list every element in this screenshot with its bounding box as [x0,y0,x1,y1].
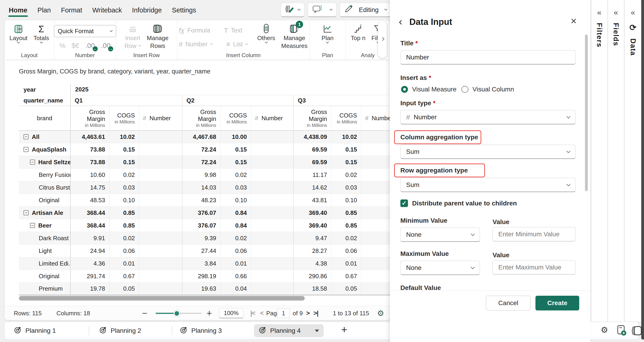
collapse-panel-icon[interactable]: « [597,8,602,17]
value-cell[interactable]: 0.67 [331,270,361,283]
manage-rows-button[interactable]: Manage Rows [144,22,171,52]
decrease-decimal-button[interactable]: .00← [85,42,95,49]
sheet-tab-planning-3[interactable]: Planning 3 [175,324,226,337]
value-cell[interactable]: 4,438.09 [294,131,331,143]
zoom-slider[interactable] [156,313,202,314]
value-cell[interactable] [361,270,390,283]
value-cell[interactable] [139,131,182,143]
column-agg-dropdown[interactable]: Sum [400,145,576,159]
minimum-value-dropdown[interactable]: None [400,228,480,242]
row-header-hard-seltzer[interactable]: Hard Seltzer [19,156,70,169]
value-cell[interactable]: 0.85 [331,207,361,219]
value-cell[interactable] [361,131,390,143]
value-cell[interactable] [139,194,182,207]
value-cell[interactable]: 9.47 [294,232,331,245]
value-cell[interactable]: 10.02 [331,131,361,143]
collapse-row-icon[interactable] [24,147,28,152]
input-type-dropdown[interactable]: #Number [400,110,576,124]
zoom-out-button[interactable]: − [142,306,147,320]
value-cell[interactable]: 11.17 [294,169,331,181]
page-prev-button[interactable]: < [260,306,263,320]
value-cell[interactable]: 19.63 [182,283,220,295]
value-cell[interactable]: 0.05 [331,283,361,295]
value-cell[interactable] [361,181,390,194]
value-cell[interactable] [361,194,390,207]
menu-item-settings[interactable]: Settings [172,2,196,19]
value-cell[interactable]: 0.84 [220,207,251,219]
value-cell[interactable] [361,283,390,295]
value-cell[interactable]: 0.85 [109,207,139,219]
value-cell[interactable]: 4.36 [70,257,109,270]
value-cell[interactable] [139,283,182,295]
collapse-row-icon[interactable] [24,210,28,215]
increase-decimal-button[interactable]: .00→ [101,42,111,49]
workbook-settings-gear-icon[interactable]: ⚙ [601,325,608,335]
zoom-in-button[interactable]: + [206,306,212,320]
collapse-row-icon[interactable] [30,160,35,165]
value-cell[interactable] [251,232,294,245]
value-cell[interactable]: 0.02 [331,169,361,181]
value-cell[interactable]: 9.91 [70,232,109,245]
value-cell[interactable]: 0.04 [220,283,251,295]
value-cell[interactable]: 0.02 [220,169,251,181]
value-cell[interactable] [139,219,182,232]
value-cell[interactable] [251,131,294,143]
insert-number-button[interactable]: #Number [177,39,214,49]
percent-format-button[interactable]: % [60,42,66,49]
insert-formula-button[interactable]: fχFormula [177,25,212,35]
value-cell[interactable]: 9.98 [182,169,220,181]
value-cell[interactable]: 43.81 [294,194,331,207]
value-cell[interactable]: 0.84 [220,219,251,232]
zoom-slider-thumb[interactable] [174,310,180,317]
value-cell[interactable]: 0.85 [331,219,361,232]
value-cell[interactable]: 0.15 [331,143,361,156]
value-cell[interactable]: 69.59 [294,143,331,156]
value-cell[interactable]: 4.38 [294,257,331,270]
value-cell[interactable] [361,169,390,181]
value-cell[interactable]: 0.01 [109,257,139,270]
value-cell[interactable] [251,270,294,283]
row-header-dark-roast[interactable]: Dark Roast [19,232,70,245]
value-cell[interactable]: 10.02 [109,131,139,143]
value-cell[interactable]: 369.40 [294,219,331,232]
add-sheet-button[interactable]: + [341,323,347,336]
menu-item-format[interactable]: Format [60,2,83,19]
page-first-button[interactable]: |< [250,306,255,320]
zoom-level[interactable]: 100% [219,308,244,318]
currency-format-button[interactable]: $€ [72,42,79,49]
value-cell[interactable] [361,219,390,232]
value-cell[interactable]: 0.02 [109,232,139,245]
value-cell[interactable] [251,143,294,156]
top-n-button[interactable]: Top n [348,22,368,52]
value-cell[interactable] [361,232,390,245]
value-cell[interactable]: 0.03 [220,181,251,194]
value-cell[interactable]: 376.07 [182,207,220,219]
value-cell[interactable]: 0.02 [331,232,361,245]
row-header-premium[interactable]: Premium [19,283,70,295]
value-cell[interactable]: 0.06 [109,245,139,257]
comments-button[interactable] [308,3,336,17]
collapse-row-icon[interactable] [30,223,35,228]
copy-sheets-icon[interactable] [631,325,642,338]
value-cell[interactable] [251,181,294,194]
value-cell[interactable]: 69.59 [294,156,331,169]
minimum-value-input[interactable] [492,227,576,241]
value-cell[interactable] [251,219,294,232]
insert-list-button[interactable]: ≡List [224,39,250,49]
value-cell[interactable]: 4,467.68 [182,131,220,143]
value-cell[interactable]: 48.23 [182,194,220,207]
value-cell[interactable] [251,194,294,207]
value-cell[interactable]: 10.60 [70,169,109,181]
value-cell[interactable] [251,207,294,219]
value-cell[interactable]: 0.66 [220,270,251,283]
value-cell[interactable] [361,143,390,156]
value-cell[interactable]: 0.15 [331,156,361,169]
value-cell[interactable]: 48.53 [70,194,109,207]
value-cell[interactable]: 376.07 [182,219,220,232]
value-cell[interactable]: 368.44 [70,207,109,219]
page-input[interactable]: 1 [277,308,290,318]
value-cell[interactable] [361,207,390,219]
value-cell[interactable]: 0.01 [331,257,361,270]
value-cell[interactable] [139,232,182,245]
row-header-aquasplash[interactable]: AquaSplash [19,143,70,156]
